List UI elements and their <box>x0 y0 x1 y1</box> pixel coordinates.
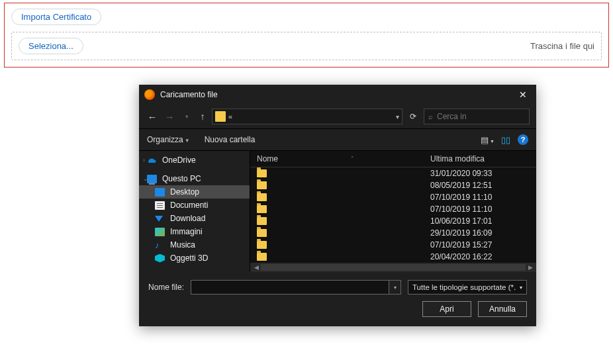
sidebar-item-label: OneDrive <box>162 156 196 165</box>
sidebar-item-doc[interactable]: Documenti <box>139 199 250 212</box>
file-row[interactable]: 07/10/2019 15:27 <box>250 239 536 251</box>
sidebar-item-img[interactable]: Immagini <box>139 225 250 238</box>
sidebar-item-label: Download <box>170 214 205 223</box>
folder-icon <box>257 181 267 189</box>
import-panel: Importa Certificato Seleziona... Trascin… <box>4 3 609 68</box>
sidebar-item-onedrive[interactable]: ›OneDrive <box>139 154 250 167</box>
file-type-filter[interactable]: Tutte le tipologie supportate (*. ▾ <box>408 280 527 295</box>
sidebar-item-3d[interactable]: Oggetti 3D <box>139 251 250 265</box>
folder-icon <box>257 217 267 225</box>
file-list[interactable]: 31/01/2020 09:3308/05/2019 12:5107/10/20… <box>250 167 536 263</box>
file-row[interactable]: 29/10/2019 16:09 <box>250 227 536 239</box>
sort-indicator-icon: ˄ <box>351 156 354 162</box>
scroll-left-icon[interactable]: ◀ <box>252 264 261 271</box>
folder-icon <box>257 241 267 249</box>
sidebar-item-label: Immagini <box>170 227 203 236</box>
refresh-button[interactable]: ⟳ <box>406 112 420 121</box>
drag-hint: Trascina i file qui <box>530 41 594 51</box>
filename-label: Nome file: <box>148 283 184 292</box>
dialog-title: Caricamento file <box>160 90 510 99</box>
filename-row: Nome file: ▾ Tutte le tipologie supporta… <box>148 280 527 295</box>
file-row[interactable]: 07/10/2019 11:10 <box>250 203 536 215</box>
help-button[interactable]: ? <box>518 134 528 145</box>
back-button[interactable]: ← <box>146 111 159 122</box>
toolbar: Organizza▼ Nuova cartella ▤▼ ▯▯ ? <box>139 129 536 150</box>
chevron-down-icon: ▾ <box>520 285 522 291</box>
scroll-track[interactable] <box>261 264 526 271</box>
column-name[interactable]: Nome ˄ <box>257 154 430 163</box>
action-row: Apri Annulla <box>148 301 527 317</box>
organize-menu[interactable]: Organizza▼ <box>147 135 190 144</box>
file-open-dialog: Caricamento file ✕ ← → ▾ ↑ « ▾ ⟳ ⌕ Organ… <box>139 85 536 326</box>
file-modified: 07/10/2019 11:10 <box>430 205 530 214</box>
address-text: « <box>228 113 232 120</box>
sidebar-item-down[interactable]: Download <box>139 212 250 225</box>
folder-icon <box>257 169 267 177</box>
chevron-down-icon[interactable]: ▾ <box>396 113 399 120</box>
forward-button[interactable]: → <box>163 111 176 122</box>
file-modified: 07/10/2019 15:27 <box>430 240 530 250</box>
firefox-icon <box>144 89 155 100</box>
file-row[interactable]: 20/04/2020 16:22 <box>250 251 536 263</box>
folder-icon <box>215 111 226 122</box>
file-pane: Nome ˄ Ultima modifica 31/01/2020 09:330… <box>250 151 536 272</box>
folder-icon <box>257 193 267 201</box>
folder-icon <box>257 205 267 213</box>
import-certificate-button[interactable]: Importa Certificato <box>11 9 101 25</box>
close-button[interactable]: ✕ <box>510 85 536 105</box>
file-modified: 07/10/2019 11:10 <box>430 193 530 202</box>
filename-input[interactable] <box>191 280 389 295</box>
file-modified: 31/01/2020 09:33 <box>430 169 530 178</box>
sidebar: ›OneDrive⌄Questo PCDesktopDocumentiDownl… <box>139 151 250 272</box>
file-row[interactable]: 10/06/2019 17:01 <box>250 215 536 227</box>
up-button[interactable]: ↑ <box>197 111 208 122</box>
sidebar-item-music[interactable]: ♪Musica <box>139 238 250 251</box>
scroll-right-icon[interactable]: ▶ <box>526 264 535 271</box>
column-headers[interactable]: Nome ˄ Ultima modifica <box>250 151 536 167</box>
open-button[interactable]: Apri <box>422 301 471 317</box>
sidebar-item-label: Oggetti 3D <box>170 253 208 263</box>
file-row[interactable]: 31/01/2020 09:33 <box>250 167 536 179</box>
sidebar-item-label: Documenti <box>170 201 208 210</box>
sidebar-item-pc[interactable]: ⌄Questo PC <box>139 172 250 185</box>
sidebar-item-label: Musica <box>170 240 195 250</box>
file-row[interactable]: 07/10/2019 11:10 <box>250 191 536 203</box>
new-folder-button[interactable]: Nuova cartella <box>205 135 256 144</box>
column-modified[interactable]: Ultima modifica <box>430 154 530 163</box>
dialog-bottom: Nome file: ▾ Tutte le tipologie supporta… <box>139 272 536 326</box>
cancel-button[interactable]: Annulla <box>478 301 527 317</box>
file-row[interactable]: 08/05/2019 12:51 <box>250 179 536 191</box>
search-input[interactable] <box>437 112 525 121</box>
chevron-icon: › <box>143 157 145 163</box>
search-box[interactable]: ⌕ <box>424 109 530 124</box>
folder-icon <box>257 253 267 261</box>
sidebar-item-label: Desktop <box>170 187 199 197</box>
search-icon: ⌕ <box>428 113 433 120</box>
file-modified: 20/04/2020 16:22 <box>430 252 530 261</box>
horizontal-scrollbar[interactable]: ◀ ▶ <box>250 263 536 272</box>
recent-dropdown[interactable]: ▾ <box>180 113 193 120</box>
file-modified: 08/05/2019 12:51 <box>430 181 530 190</box>
file-modified: 29/10/2019 16:09 <box>430 228 530 238</box>
file-modified: 10/06/2019 17:01 <box>430 216 530 226</box>
sidebar-item-label: Questo PC <box>162 174 201 183</box>
address-bar[interactable]: « ▾ <box>212 109 402 124</box>
filename-history-dropdown[interactable]: ▾ <box>389 280 401 295</box>
sidebar-item-desktop[interactable]: Desktop <box>139 185 250 199</box>
dialog-body: ›OneDrive⌄Questo PCDesktopDocumentiDownl… <box>139 150 536 272</box>
folder-icon <box>257 229 267 237</box>
nav-row: ← → ▾ ↑ « ▾ ⟳ ⌕ <box>139 105 536 129</box>
preview-pane-button[interactable]: ▯▯ <box>499 135 512 145</box>
select-file-button[interactable]: Seleziona... <box>19 38 83 54</box>
titlebar: Caricamento file ✕ <box>139 85 536 105</box>
view-mode-button[interactable]: ▤▼ <box>481 135 494 145</box>
file-dropzone[interactable]: Seleziona... Trascina i file qui <box>11 32 602 60</box>
